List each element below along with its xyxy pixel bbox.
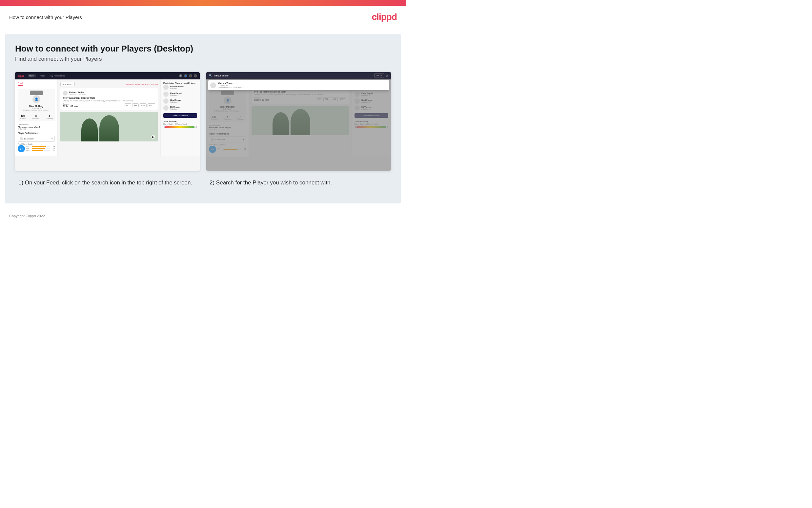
search-icon-overlay: 🔍 — [209, 74, 212, 77]
player-list-avatar — [163, 98, 169, 104]
play-button[interactable]: ▶ — [151, 135, 155, 139]
search-overlay: 🔍 Marcus Turner CLEAR ✕ Marcus Turner 1-… — [206, 72, 391, 171]
team-heatmap-title-1: Team Heatmap — [163, 120, 197, 122]
activity-user-info: Richard Butler Yesterday · The Grove — [69, 91, 86, 95]
player-list-avatar — [163, 85, 169, 90]
search-input-overlay[interactable]: Marcus Turner — [214, 75, 373, 77]
app-nav-1: clippd Home Teams My Performance 🔍 👤 ⚙ ● — [15, 72, 200, 79]
nav-my-performance[interactable]: My Performance — [49, 74, 66, 78]
golfer-figure-2 — [81, 119, 98, 141]
profile-avatar-1: 👤 — [33, 95, 40, 103]
activity-user-row: Richard Butler Yesterday · The Grove — [63, 91, 155, 95]
nav-teams[interactable]: Teams — [38, 74, 47, 78]
following-row-1: Following ▾ Control who can see your act… — [60, 82, 158, 86]
clippd-logo: clippd — [372, 12, 397, 22]
player-list-avatar — [163, 92, 169, 97]
control-link[interactable]: Control who can see your activity and da… — [124, 83, 158, 85]
chevron-down-icon: ▾ — [51, 137, 53, 140]
tpq-bar-arg: ARG 61 — [26, 150, 55, 151]
app-middle-panel-1: Following ▾ Control who can see your act… — [58, 79, 160, 156]
search-result-name: Marcus Turner — [218, 82, 244, 84]
profile-stats-1: 129 Activities 3 Followers 4 Following — [20, 113, 53, 120]
nav-home[interactable]: Home — [28, 74, 36, 78]
main-subheading: Find and connect with your Players — [15, 56, 391, 62]
avatar-icon[interactable]: ● — [194, 74, 197, 78]
stat-activities: 129 Activities — [20, 115, 26, 120]
stat-followers: 3 Followers — [33, 115, 39, 120]
header-divider — [0, 27, 406, 27]
list-item: Hiral Pujara Activities: 3 — [163, 98, 197, 104]
player-select-name-1: Eli Vincent — [24, 138, 50, 140]
user-icon[interactable]: 👤 — [184, 74, 187, 78]
search-result-location: Cypress Point Club, United Kingdom — [218, 86, 244, 88]
app-ui-2: clippd Home Teams My Performance 🔍 👤 ⚙ ● — [206, 72, 391, 171]
stat-following: 4 Following — [46, 115, 53, 120]
search-bar: 🔍 Marcus Turner CLEAR ✕ — [206, 72, 391, 79]
tpq-bar-app: APP 70 — [26, 148, 55, 149]
copyright-text: Copyright Clippd 2022 — [9, 214, 45, 218]
list-item: Richard Butler Activities: 7 — [163, 85, 197, 90]
feed-tab-1[interactable]: Feed — [18, 82, 22, 86]
close-icon[interactable]: ✕ — [386, 74, 388, 78]
search-result-dropdown[interactable]: Marcus Turner 1-5 Handicap Cypress Point… — [208, 80, 389, 90]
page-title: How to connect with your Players — [9, 14, 82, 20]
tpq-row-1: 84 OTT 79 APP — [18, 145, 55, 152]
duration-row: Duration 02 hr : 00 min OTT APP ARG PUTT — [63, 103, 155, 107]
player-select-avatar-1 — [20, 137, 23, 140]
caption-2: 2) Search for the Player you wish to con… — [206, 178, 391, 187]
settings-icon[interactable]: ⚙ — [189, 74, 192, 78]
footer: Copyright Clippd 2022 — [0, 210, 406, 222]
search-result-avatar — [210, 82, 216, 88]
most-active-title: Most Active Players - Last 30 days — [163, 82, 197, 84]
app-right-panel-1: Most Active Players - Last 30 days Richa… — [160, 79, 200, 156]
list-item: Piers Parnell Activities: 4 — [163, 92, 197, 97]
app-logo-1: clippd — [18, 75, 25, 77]
list-item: Eli Vincent Activities: 1 — [163, 105, 197, 111]
screenshots-row: clippd Home Teams My Performance 🔍 👤 ⚙ ● — [15, 72, 391, 171]
player-select-1[interactable]: Eli Vincent ▾ — [18, 136, 55, 142]
player-perf-section-1: Player Performance Eli Vincent ▾ Total P… — [18, 132, 55, 152]
app-body-1: Feed 👤 Blair McHarg Golf Coach Mill Ride… — [15, 79, 200, 156]
search-result-info: Marcus Turner 1-5 Handicap Cypress Point… — [218, 82, 244, 88]
shot-tags: OTT APP ARG PUTT — [125, 103, 155, 107]
main-heading: How to connect with your Players (Deskto… — [15, 44, 391, 54]
latest-activity-label: Latest Activity — [18, 123, 55, 125]
golfer-figure-1 — [99, 115, 119, 141]
caption-1: 1) On your Feed, click on the search ico… — [15, 178, 200, 187]
players-list-1: Richard Butler Activities: 7 Piers Parne… — [163, 85, 197, 111]
tpq-bars-1: OTT 79 APP 70 — [26, 146, 55, 152]
screenshot-2: clippd Home Teams My Performance 🔍 👤 ⚙ ● — [206, 72, 391, 171]
profile-name-1: Blair McHarg — [20, 105, 53, 107]
player-list-avatar — [163, 105, 169, 111]
activity-date-1: 27 Jul 2022 — [18, 128, 55, 130]
photo-area-1: ▶ — [60, 112, 158, 141]
profile-card-1: 👤 Blair McHarg Golf Coach Mill Ride Golf… — [18, 89, 55, 121]
main-content: How to connect with your Players (Deskto… — [5, 34, 401, 204]
screenshot-1: clippd Home Teams My Performance 🔍 👤 ⚙ ● — [15, 72, 200, 171]
player-perf-title-1: Player Performance — [18, 132, 55, 134]
nav-icons-1: 🔍 👤 ⚙ ● — [179, 74, 197, 78]
app-left-panel-1: Feed 👤 Blair McHarg Golf Coach Mill Ride… — [15, 79, 58, 156]
profile-location-1: Mill Ride Golf Club, United Kingdom — [20, 109, 53, 111]
nav-links-1: Home Teams My Performance — [28, 74, 176, 78]
heatmap-scale — [165, 126, 194, 128]
activity-user-avatar — [63, 91, 67, 95]
heatmap-sub-1: Player Quality · 20 Round Trend — [163, 123, 197, 125]
following-button[interactable]: Following ▾ — [60, 82, 75, 86]
captions-row: 1) On your Feed, click on the search ico… — [15, 178, 391, 187]
clear-button[interactable]: CLEAR — [374, 74, 384, 78]
heatmap-bar-1: -5 +5 — [163, 126, 197, 128]
team-dashboard-btn-1[interactable]: Team Dashboard — [163, 113, 197, 118]
tpq-score-circle-1: 84 — [18, 145, 25, 152]
tpq-bar-ott: OTT 79 — [26, 146, 55, 147]
top-gradient-bar — [0, 0, 406, 6]
activity-card-1: Richard Butler Yesterday · The Grove Pre… — [60, 88, 158, 110]
header: How to connect with your Players clippd — [0, 6, 406, 27]
app-ui-1: clippd Home Teams My Performance 🔍 👤 ⚙ ● — [15, 72, 200, 171]
search-icon[interactable]: 🔍 — [179, 74, 182, 78]
